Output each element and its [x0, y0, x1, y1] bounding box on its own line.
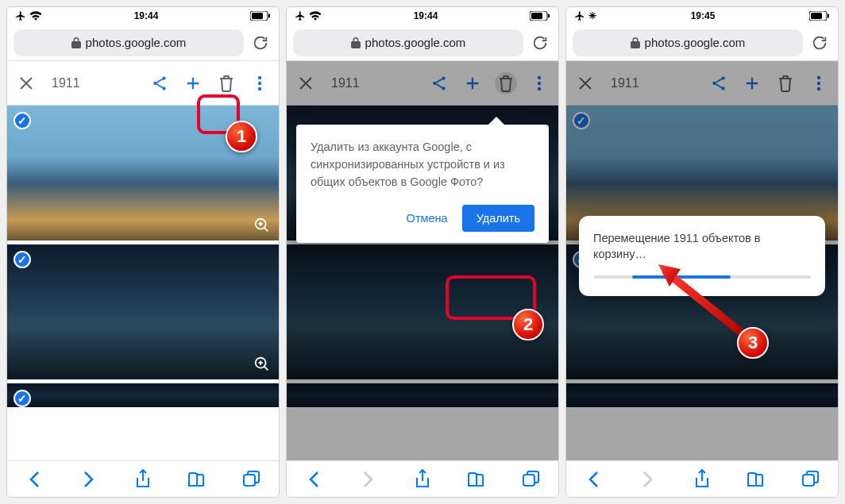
photo-item[interactable]: ✓ — [7, 244, 279, 383]
loading-icon: ✳︎ — [588, 10, 596, 21]
zoom-icon[interactable] — [253, 356, 271, 373]
forward-button — [357, 467, 380, 491]
reload-button[interactable] — [808, 31, 831, 55]
svg-rect-13 — [531, 13, 542, 19]
share-button[interactable] — [411, 467, 434, 491]
svg-point-8 — [258, 87, 261, 90]
svg-rect-21 — [523, 475, 534, 486]
wifi-icon — [309, 11, 322, 21]
status-time: 19:44 — [414, 10, 438, 21]
tabs-button[interactable] — [240, 467, 264, 491]
lock-icon — [631, 37, 640, 48]
svg-rect-14 — [548, 14, 550, 18]
share-button[interactable] — [690, 467, 714, 491]
forward-button[interactable] — [77, 467, 101, 491]
screen-1: 19:44 photos.google.com 1911 — [6, 6, 280, 498]
reload-button[interactable] — [528, 31, 552, 55]
selection-toolbar: 1911 — [7, 61, 279, 106]
back-button[interactable] — [302, 467, 326, 491]
svg-point-7 — [258, 81, 261, 84]
safari-bottom-bar — [287, 460, 558, 497]
more-icon[interactable] — [249, 72, 271, 94]
airplane-icon — [15, 10, 26, 21]
battery-icon — [530, 11, 550, 21]
status-bar: 19:44 — [7, 7, 279, 25]
status-bar: ✳︎ 19:45 — [566, 7, 838, 25]
add-icon[interactable] — [182, 72, 204, 94]
check-icon[interactable]: ✓ — [14, 390, 31, 407]
url-field[interactable]: photos.google.com — [14, 29, 244, 56]
url-field[interactable]: photos.google.com — [293, 29, 523, 56]
status-time: 19:44 — [134, 10, 159, 21]
progress-bar — [593, 275, 811, 279]
airplane-icon — [574, 10, 585, 21]
battery-icon — [809, 11, 830, 21]
wifi-icon — [29, 11, 42, 21]
check-icon[interactable]: ✓ — [14, 251, 31, 268]
share-button[interactable] — [131, 467, 155, 491]
back-button[interactable] — [22, 467, 46, 491]
status-bar: 19:44 — [287, 7, 558, 25]
url-field[interactable]: photos.google.com — [573, 29, 803, 56]
back-button[interactable] — [581, 467, 605, 491]
safari-bottom-bar — [7, 460, 279, 497]
screen-2: 19:44 photos.google.com 1911 — [286, 6, 559, 498]
tabs-button[interactable] — [799, 467, 823, 491]
cancel-button[interactable]: Отмена — [407, 212, 448, 225]
photo-item[interactable]: ✓ — [7, 383, 279, 411]
svg-rect-23 — [811, 13, 822, 19]
svg-rect-31 — [803, 475, 814, 486]
address-bar: photos.google.com — [7, 25, 279, 61]
url-text: photos.google.com — [645, 36, 746, 49]
share-icon[interactable] — [149, 72, 171, 94]
screen-3: ✳︎ 19:45 photos.google.com 1911 — [565, 6, 839, 498]
zoom-icon[interactable] — [253, 217, 271, 234]
popover-message: Удалить из аккаунта Google, с синхронизи… — [311, 139, 534, 190]
progress-message: Перемещение 1911 объектов в корзину… — [593, 230, 811, 263]
address-bar: photos.google.com — [287, 25, 558, 61]
svg-point-6 — [258, 75, 261, 79]
tabs-button[interactable] — [519, 467, 543, 491]
url-text: photos.google.com — [86, 36, 187, 49]
airplane-icon — [295, 10, 306, 21]
close-selection-button[interactable] — [15, 72, 37, 94]
address-bar: photos.google.com — [566, 25, 838, 61]
lock-icon — [351, 37, 361, 48]
safari-bottom-bar — [566, 460, 838, 497]
url-text: photos.google.com — [365, 36, 466, 49]
photo-grid[interactable]: ✓ ✓ ✓ — [7, 106, 279, 460]
battery-icon — [250, 11, 271, 21]
lock-icon — [71, 37, 81, 48]
delete-popover: Удалить из аккаунта Google, с синхронизи… — [296, 125, 549, 243]
trash-icon[interactable] — [215, 72, 237, 94]
bookmarks-button[interactable] — [185, 467, 209, 491]
selection-count: 1911 — [52, 76, 80, 90]
forward-button — [636, 467, 660, 491]
status-time: 19:45 — [691, 10, 716, 21]
svg-rect-1 — [252, 13, 263, 19]
bookmarks-button[interactable] — [465, 467, 488, 491]
dim-overlay — [287, 61, 558, 460]
bookmarks-button[interactable] — [744, 467, 768, 491]
svg-rect-24 — [828, 14, 829, 18]
confirm-delete-button[interactable]: Удалить — [462, 205, 534, 232]
svg-rect-11 — [244, 475, 255, 486]
progress-dialog: Перемещение 1911 объектов в корзину… — [579, 216, 825, 296]
check-icon[interactable]: ✓ — [14, 112, 31, 129]
photo-item[interactable]: ✓ — [7, 106, 279, 244]
reload-button[interactable] — [249, 31, 272, 55]
svg-rect-2 — [268, 14, 270, 18]
